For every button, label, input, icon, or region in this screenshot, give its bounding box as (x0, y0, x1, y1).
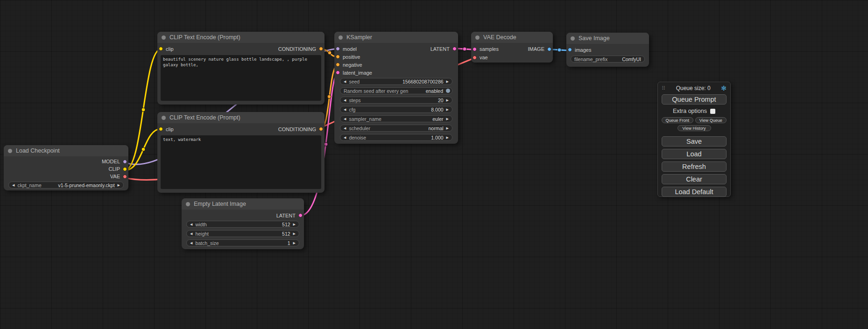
node-save-image[interactable]: Save Image images filename_prefix ComfyU… (566, 33, 649, 67)
arrow-right-icon[interactable]: ▶ (446, 80, 449, 83)
collapse-icon[interactable] (339, 35, 343, 40)
queue-front-button[interactable]: Queue Front (662, 117, 693, 123)
collapse-icon[interactable] (162, 35, 166, 40)
collapse-icon[interactable] (475, 35, 480, 40)
conditioning-input-port[interactable] (336, 63, 340, 67)
clip-input-port[interactable] (159, 127, 163, 131)
load-default-button[interactable]: Load Default (662, 187, 727, 197)
arrow-right-icon[interactable]: ▶ (293, 232, 296, 235)
arrow-left-icon[interactable]: ◀ (12, 183, 14, 187)
prompt-text-input[interactable]: text, watermark (161, 135, 321, 189)
input-slot-samples[interactable]: samples (473, 46, 499, 52)
arrow-left-icon[interactable]: ◀ (344, 117, 346, 120)
input-slot-positive[interactable]: positive (336, 54, 360, 60)
arrow-right-icon[interactable]: ▶ (446, 98, 449, 102)
collapse-icon[interactable] (162, 116, 166, 120)
node-title-bar[interactable]: Save Image (566, 33, 649, 44)
clear-button[interactable]: Clear (662, 174, 727, 184)
latent-output-port[interactable] (298, 213, 303, 217)
output-slot-model[interactable]: MODEL (102, 159, 127, 164)
arrow-right-icon[interactable]: ▶ (446, 108, 449, 111)
node-title-bar[interactable]: VAE Decode (471, 32, 553, 43)
output-slot-image[interactable]: IMAGE (528, 46, 551, 52)
arrow-right-icon[interactable]: ▶ (446, 117, 449, 120)
arrow-left-icon[interactable]: ◀ (344, 108, 346, 111)
widget-batch-size[interactable]: ◀ batch_size 1 ▶ (186, 239, 299, 246)
output-slot-latent[interactable]: LATENT (276, 213, 303, 218)
vae-output-port[interactable] (123, 175, 127, 179)
node-title-bar[interactable]: CLIP Text Encode (Prompt) (157, 32, 325, 43)
node-ksampler[interactable]: KSampler model LATENT positive (334, 32, 458, 144)
widget-scheduler[interactable]: ◀ scheduler normal ▶ (340, 125, 452, 132)
save-button[interactable]: Save (662, 136, 727, 147)
latent-input-port[interactable] (473, 47, 477, 51)
model-output-port[interactable] (123, 160, 127, 164)
collapse-icon[interactable] (8, 149, 12, 153)
widget-cfg[interactable]: ◀ cfg 8.000 ▶ (340, 106, 452, 113)
widget-steps[interactable]: ◀ steps 20 ▶ (340, 97, 452, 104)
node-clip-text-encode-negative[interactable]: CLIP Text Encode (Prompt) clip CONDITION… (157, 112, 325, 193)
output-slot-clip[interactable]: CLIP (109, 166, 127, 172)
output-slot-conditioning[interactable]: CONDITIONING (278, 126, 323, 132)
arrow-right-icon[interactable]: ▶ (293, 223, 296, 226)
arrow-right-icon[interactable]: ▶ (446, 126, 449, 130)
output-slot-vae[interactable]: VAE (110, 174, 127, 179)
arrow-left-icon[interactable]: ◀ (344, 80, 346, 83)
widget-random-seed-toggle[interactable]: Random seed after every gen enabled (340, 87, 452, 94)
queue-prompt-button[interactable]: Queue Prompt (662, 94, 727, 105)
arrow-left-icon[interactable]: ◀ (190, 232, 192, 235)
extra-options-checkbox[interactable] (710, 109, 715, 114)
clip-output-port[interactable] (123, 167, 127, 171)
node-clip-text-encode-positive[interactable]: CLIP Text Encode (Prompt) clip CONDITION… (157, 32, 325, 105)
node-empty-latent-image[interactable]: Empty Latent Image LATENT ◀ width 512 ▶ … (182, 198, 304, 249)
input-slot-clip[interactable]: clip (159, 46, 174, 52)
arrow-right-icon[interactable]: ▶ (293, 241, 296, 245)
node-title-bar[interactable]: Empty Latent Image (182, 198, 304, 210)
widget-filename-prefix[interactable]: filename_prefix ComfyUI (571, 56, 645, 63)
widget-width[interactable]: ◀ width 512 ▶ (186, 221, 299, 228)
arrow-left-icon[interactable]: ◀ (344, 136, 346, 139)
latent-output-port[interactable] (452, 47, 457, 51)
node-title-bar[interactable]: Load Checkpoint (4, 145, 128, 156)
collapse-icon[interactable] (571, 36, 575, 41)
image-output-port[interactable] (547, 47, 551, 51)
collapse-icon[interactable] (186, 202, 190, 206)
input-slot-model[interactable]: model (336, 46, 357, 52)
widget-seed[interactable]: ◀ seed 156680208700286 ▶ (340, 78, 452, 85)
arrow-right-icon[interactable]: ▶ (118, 183, 120, 187)
load-button[interactable]: Load (662, 149, 727, 159)
input-slot-images[interactable]: images (568, 47, 591, 53)
view-history-button[interactable]: View History (677, 125, 711, 131)
conditioning-output-port[interactable] (319, 47, 323, 51)
arrow-left-icon[interactable]: ◀ (190, 241, 192, 245)
comfyui-graph-canvas[interactable]: Load Checkpoint MODEL CLIP VAE (0, 0, 868, 329)
output-slot-conditioning[interactable]: CONDITIONING (278, 46, 323, 52)
widget-ckpt-name[interactable]: ◀ ckpt_name v1-5-pruned-emaonly.ckpt ▶ (8, 182, 124, 189)
node-title-bar[interactable]: CLIP Text Encode (Prompt) (157, 112, 325, 123)
arrow-left-icon[interactable]: ◀ (344, 98, 346, 102)
input-slot-negative[interactable]: negative (336, 62, 362, 68)
widget-denoise[interactable]: ◀ denoise 1.000 ▶ (340, 134, 452, 141)
input-slot-clip[interactable]: clip (159, 126, 174, 132)
view-queue-button[interactable]: View Queue (695, 117, 727, 123)
model-input-port[interactable] (336, 47, 340, 51)
node-title-bar[interactable]: KSampler (334, 32, 458, 43)
conditioning-input-port[interactable] (336, 55, 340, 59)
input-slot-vae[interactable]: vae (473, 55, 488, 60)
drag-handle-icon[interactable]: ⠿ (662, 86, 665, 91)
toggle-indicator-icon[interactable] (446, 89, 450, 93)
node-vae-decode[interactable]: VAE Decode samples IMAGE vae (471, 32, 553, 63)
vae-input-port[interactable] (473, 56, 477, 60)
clip-input-port[interactable] (159, 47, 163, 51)
latent-input-port[interactable] (336, 70, 340, 75)
settings-gear-icon[interactable]: ✻ (721, 85, 727, 91)
arrow-right-icon[interactable]: ▶ (446, 136, 449, 139)
node-load-checkpoint[interactable]: Load Checkpoint MODEL CLIP VAE (4, 145, 128, 190)
prompt-text-input[interactable]: beautiful scenery nature glass bottle la… (161, 55, 321, 101)
arrow-left-icon[interactable]: ◀ (190, 223, 192, 226)
input-slot-latent-image[interactable]: latent_image (336, 70, 372, 76)
image-input-port[interactable] (568, 48, 572, 52)
widget-sampler-name[interactable]: ◀ sampler_name euler ▶ (340, 115, 452, 122)
conditioning-output-port[interactable] (319, 127, 323, 131)
refresh-button[interactable]: Refresh (662, 161, 727, 172)
